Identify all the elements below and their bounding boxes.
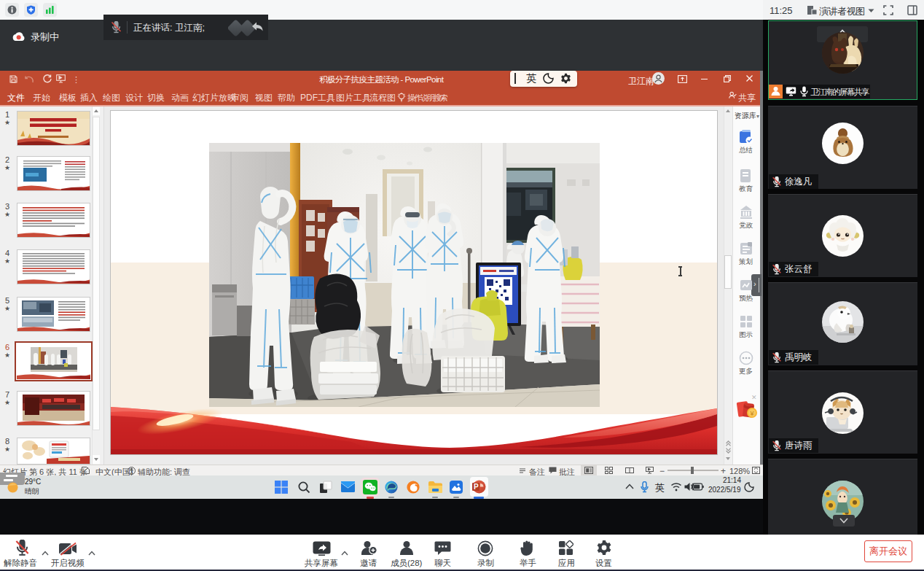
svg-text:¥: ¥ <box>749 410 754 417</box>
svg-text:P: P <box>474 483 479 491</box>
